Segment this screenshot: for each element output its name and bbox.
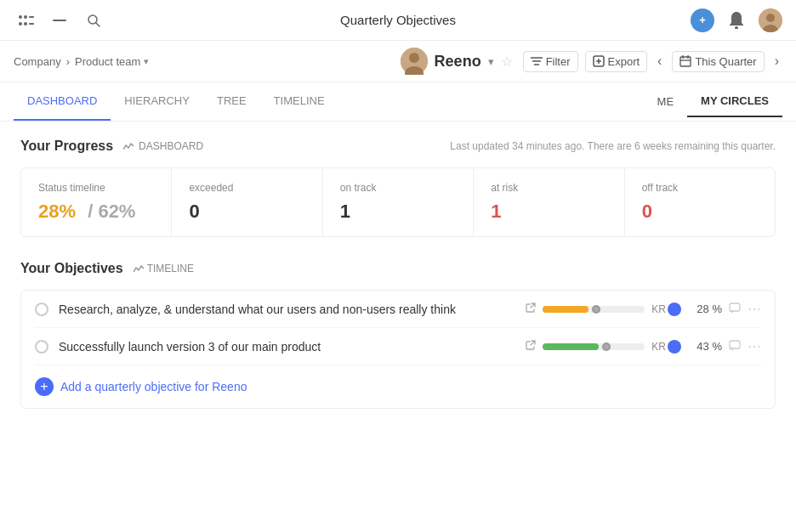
tab-dashboard[interactable]: DASHBOARD [14, 82, 111, 121]
more-menu-icon-0[interactable]: ⋯ [748, 301, 761, 317]
objective-row-1: Successfully launch version 3 of our mai… [35, 328, 761, 365]
more-menu-icon-1[interactable]: ⋯ [748, 338, 761, 354]
objectives-section: Your Objectives TIMELINE Research, analy… [20, 261, 776, 409]
stat-slash-0 [79, 201, 84, 223]
tab-timeline[interactable]: TIMELINE [260, 82, 338, 121]
objective-text-0: Research, analyze, & understand what our… [59, 303, 515, 316]
svg-rect-22 [680, 57, 691, 66]
stat-off-track: off track 0 [625, 168, 775, 236]
me-tab[interactable]: ME [644, 87, 688, 116]
filter-button[interactable]: Filter [523, 51, 578, 72]
kr-text-1: KR [651, 341, 666, 353]
progress-section-title-area: Your Progress DASHBOARD [20, 139, 203, 154]
stat-at-risk: at risk 1 [474, 168, 624, 236]
breadcrumb-team[interactable]: Product team ▾ [75, 55, 149, 68]
kr-badge-1: KR [651, 340, 681, 354]
progress-dot-1 [602, 342, 611, 351]
external-link-icon-1[interactable] [526, 340, 536, 353]
user-name[interactable]: Reeno [435, 53, 481, 71]
stat-status-timeline: Status timeline 28% / 62% [21, 168, 172, 236]
add-circle-icon: + [35, 377, 54, 396]
comment-icon-0[interactable] [729, 303, 741, 316]
nav-right: + [691, 8, 782, 32]
objectives-header: Your Objectives TIMELINE [20, 261, 776, 276]
stat-label-1: exceeded [189, 182, 304, 194]
kr-text-0: KR [651, 303, 666, 315]
progress-section-header: Your Progress DASHBOARD Last updated 34 … [20, 139, 776, 154]
progress-subtitle-text: DASHBOARD [139, 140, 203, 152]
add-objective-label: Add a quarterly objective for Reeno [60, 380, 247, 393]
objective-actions-0: KR 28 % ⋯ [526, 301, 761, 317]
progress-title: Your Progress [20, 139, 113, 154]
minimize-icon[interactable] [48, 8, 71, 32]
stat-label-0: Status timeline [38, 182, 154, 194]
tab-tree[interactable]: TREE [203, 82, 260, 121]
user-dropdown-icon[interactable]: ▾ [488, 55, 494, 68]
user-name-area: Reeno ▾ ☆ [401, 48, 513, 75]
svg-point-11 [766, 14, 775, 22]
top-navigation: Quarterly Objectives + [0, 0, 796, 41]
svg-point-3 [24, 22, 27, 25]
svg-point-0 [19, 15, 22, 19]
objectives-title: Your Objectives [20, 261, 123, 276]
objective-status-0[interactable] [35, 303, 48, 316]
svg-point-1 [19, 22, 22, 25]
percent-text-1: 43 % [688, 340, 722, 353]
add-objective-button[interactable]: + Add a quarterly objective for Reeno [35, 365, 761, 408]
tabs-right: ME MY CIRCLES [644, 86, 782, 117]
objectives-container: Research, analyze, & understand what our… [20, 290, 776, 409]
last-updated-text: Last updated 34 minutes ago. There are 6… [450, 140, 776, 152]
external-link-icon-0[interactable] [526, 303, 536, 315]
kr-dot-1 [668, 340, 681, 354]
stat-value-primary-0: 28% [38, 201, 76, 223]
stats-row: Status timeline 28% / 62% exceeded 0 on … [20, 167, 776, 237]
tab-hierarchy[interactable]: HIERARCHY [111, 82, 203, 121]
stat-progress-0: 28% / 62% [38, 201, 154, 223]
objective-status-1[interactable] [35, 340, 48, 354]
progress-fill-0 [543, 306, 588, 313]
main-content: Your Progress DASHBOARD Last updated 34 … [0, 122, 796, 426]
svg-point-14 [409, 53, 419, 63]
svg-point-2 [24, 15, 27, 19]
progress-bg-1 [543, 343, 645, 350]
next-quarter-button[interactable]: › [771, 50, 782, 72]
menu-icon[interactable] [14, 8, 37, 32]
stat-on-track: on track 1 [323, 168, 474, 236]
breadcrumb-bar: Company › Product team ▾ Reeno ▾ ☆ [0, 41, 796, 82]
objectives-subtitle: TIMELINE [134, 263, 194, 274]
breadcrumb-separator: › [66, 55, 70, 68]
progress-dot-0 [592, 305, 600, 314]
page-title: Quarterly Objectives [340, 13, 456, 27]
user-avatar-nav[interactable] [759, 8, 782, 32]
breadcrumb-company[interactable]: Company [14, 55, 61, 68]
comment-icon-1[interactable] [729, 340, 741, 354]
svg-rect-5 [29, 23, 34, 25]
progress-fill-1 [543, 343, 599, 350]
quarter-selector[interactable]: This Quarter [672, 51, 764, 72]
stat-value-1: 0 [189, 201, 304, 223]
kr-dot-0 [668, 303, 681, 316]
stat-value-2: 1 [340, 201, 456, 223]
progress-bg-0 [543, 306, 645, 313]
toolbar-actions: Filter Export ‹ This Quarter [523, 50, 782, 72]
stat-value-4: 0 [642, 201, 758, 223]
prev-quarter-button[interactable]: ‹ [654, 50, 665, 72]
percent-text-0: 28 % [688, 303, 722, 315]
my-circles-tab[interactable]: MY CIRCLES [687, 86, 782, 117]
search-icon[interactable] [82, 8, 105, 32]
stat-value-3: 1 [491, 201, 606, 223]
favorite-icon[interactable]: ☆ [501, 54, 513, 70]
progress-subtitle: DASHBOARD [123, 140, 203, 152]
stat-label-2: on track [340, 182, 456, 194]
svg-rect-4 [29, 16, 34, 18]
progress-bar-1 [543, 343, 645, 350]
add-button[interactable]: + [691, 8, 714, 32]
svg-point-9 [735, 26, 738, 29]
progress-bar-0 [543, 306, 645, 313]
stat-label-3: at risk [491, 182, 606, 194]
svg-rect-6 [53, 20, 66, 21]
svg-rect-27 [730, 341, 740, 348]
notifications-icon[interactable] [725, 8, 748, 32]
stat-label-4: off track [642, 182, 758, 194]
export-button[interactable]: Export [585, 51, 648, 72]
